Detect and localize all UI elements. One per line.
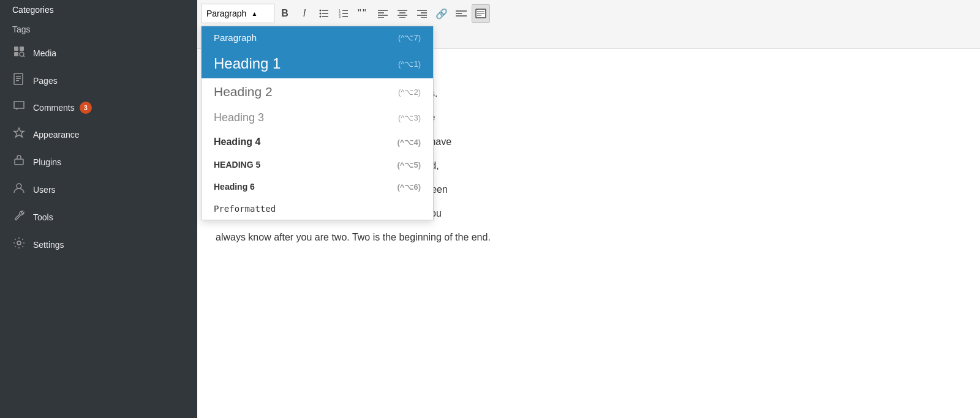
- dropdown-heading2-shortcut: (^⌥2): [398, 88, 421, 97]
- dropdown-arrow-icon: ▲: [251, 10, 257, 17]
- dropdown-heading1-shortcut: (^⌥1): [398, 59, 421, 69]
- sidebar-item-users[interactable]: Users: [0, 176, 197, 203]
- svg-point-3: [20, 52, 24, 56]
- dropdown-item-heading5[interactable]: HEADING 5 (^⌥5): [202, 154, 433, 176]
- sidebar-label-appearance: Appearance: [33, 130, 80, 140]
- sidebar-label-pages: Pages: [33, 76, 58, 86]
- svg-rect-1: [20, 47, 24, 51]
- sidebar-label-settings: Settings: [33, 240, 64, 250]
- link-button[interactable]: 🔗: [432, 4, 451, 23]
- svg-rect-6: [16, 76, 21, 77]
- comments-icon: [12, 100, 26, 114]
- sidebar-item-tools[interactable]: Tools: [0, 203, 197, 231]
- dropdown-heading4-shortcut: (^⌥4): [398, 138, 421, 147]
- svg-rect-9: [15, 159, 23, 165]
- blockquote-button[interactable]: "": [354, 4, 372, 23]
- media-icon: [12, 45, 26, 61]
- dropdown-heading6-label: Heading 6: [214, 182, 255, 192]
- sidebar-item-appearance[interactable]: Appearance: [0, 121, 197, 148]
- sidebar-item-categories[interactable]: Categories: [0, 0, 197, 20]
- pages-icon: [12, 73, 26, 88]
- align-left-button[interactable]: [374, 4, 392, 23]
- toolbar-row-1: Paragraph ▲ B I 1.2.3. "" 🔗: [201, 2, 976, 24]
- dropdown-paragraph-label: Paragraph: [214, 32, 257, 43]
- svg-text:": ": [363, 9, 366, 18]
- settings-icon: [12, 237, 26, 252]
- sidebar-item-pages[interactable]: Pages: [0, 67, 197, 94]
- svg-point-10: [17, 184, 21, 188]
- comments-badge: 3: [80, 102, 92, 114]
- sidebar-label-users: Users: [33, 185, 56, 195]
- dropdown-heading3-label: Heading 3: [214, 111, 264, 124]
- svg-point-11: [17, 241, 21, 245]
- dropdown-heading6-shortcut: (^⌥6): [398, 182, 421, 192]
- svg-rect-8: [16, 80, 19, 81]
- svg-point-17: [320, 16, 322, 18]
- format-dropdown: Paragraph (^⌥7) Heading 1 (^⌥1) Heading …: [201, 26, 434, 220]
- dropdown-item-heading3[interactable]: Heading 3 (^⌥3): [202, 105, 433, 130]
- main-area: Paragraph ▲ B I 1.2.3. "" 🔗: [197, 0, 980, 418]
- dropdown-item-preformatted[interactable]: Preformatted: [202, 198, 433, 220]
- plugins-icon: [12, 154, 26, 170]
- sidebar-item-plugins[interactable]: Plugins: [0, 148, 197, 176]
- svg-rect-0: [14, 47, 18, 51]
- italic-button[interactable]: I: [295, 4, 314, 23]
- dropdown-preformatted-label: Preformatted: [214, 204, 276, 214]
- sidebar-item-media[interactable]: Media: [0, 39, 197, 67]
- sidebar-label-tools: Tools: [33, 212, 53, 222]
- svg-point-15: [320, 10, 322, 12]
- sidebar-item-settings[interactable]: Settings: [0, 231, 197, 258]
- dropdown-item-heading2[interactable]: Heading 2 (^⌥2): [202, 78, 433, 105]
- ordered-list-button[interactable]: 1.2.3.: [334, 4, 353, 23]
- appearance-icon: [12, 127, 26, 142]
- tools-icon: [12, 209, 26, 225]
- dropdown-paragraph-shortcut: (^⌥7): [398, 33, 421, 42]
- dropdown-item-heading6[interactable]: Heading 6 (^⌥6): [202, 176, 433, 198]
- svg-line-4: [23, 56, 24, 57]
- dropdown-item-paragraph[interactable]: Paragraph (^⌥7): [202, 26, 433, 49]
- align-right-button[interactable]: [413, 4, 431, 23]
- dropdown-heading4-label: Heading 4: [214, 136, 260, 147]
- sidebar-item-tags[interactable]: Tags: [0, 20, 197, 39]
- dropdown-heading3-shortcut: (^⌥3): [398, 113, 421, 122]
- dropdown-heading5-shortcut: (^⌥5): [398, 160, 421, 170]
- users-icon: [12, 182, 26, 197]
- svg-text:": ": [358, 9, 361, 18]
- sidebar-label-plugins: Plugins: [33, 157, 61, 167]
- more-button[interactable]: [452, 4, 470, 23]
- sidebar-label-comments: Comments: [33, 103, 75, 113]
- svg-point-16: [320, 13, 322, 15]
- align-center-button[interactable]: [393, 4, 412, 23]
- format-select-label: Paragraph: [206, 9, 246, 18]
- dropdown-heading1-label: Heading 1: [214, 55, 281, 72]
- unordered-list-button[interactable]: [315, 4, 333, 23]
- format-select-button[interactable]: Paragraph ▲: [201, 4, 274, 23]
- dropdown-heading5-label: HEADING 5: [214, 160, 260, 170]
- sidebar-item-comments[interactable]: Comments 3: [0, 94, 197, 121]
- svg-rect-7: [16, 78, 21, 80]
- dropdown-heading2-label: Heading 2: [214, 84, 273, 99]
- sidebar: Categories Tags Media Pages Comments 3 A…: [0, 0, 197, 418]
- bold-button[interactable]: B: [276, 4, 294, 23]
- kitchen-sink-button[interactable]: [472, 4, 490, 23]
- svg-text:3.: 3.: [339, 15, 341, 18]
- svg-rect-2: [14, 52, 18, 56]
- editor-line-8: always know after you are two. Two is th…: [216, 229, 962, 245]
- dropdown-item-heading4[interactable]: Heading 4 (^⌥4): [202, 130, 433, 154]
- dropdown-item-heading1[interactable]: Heading 1 (^⌥1): [202, 49, 433, 78]
- sidebar-label-media: Media: [33, 48, 56, 58]
